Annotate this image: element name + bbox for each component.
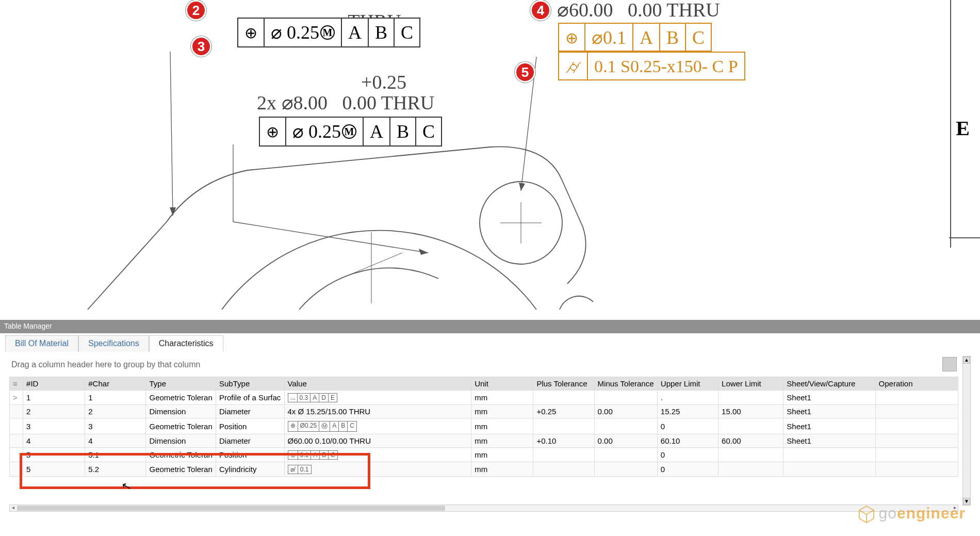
fcf-2x-position[interactable]: ⊕ ⌀ 0.25M A B C — [259, 117, 442, 147]
fcf-4x-position[interactable]: ⊕ ⌀ 0.25M A B C — [237, 18, 420, 47]
col-type[interactable]: Type — [146, 377, 216, 391]
table-cell[interactable] — [10, 418, 23, 434]
table-cell[interactable] — [875, 448, 958, 462]
table-cell[interactable]: ⌀/0.1 — [284, 462, 471, 477]
group-by-hint[interactable]: Drag a column header here to group by th… — [11, 360, 200, 369]
row-selector-header[interactable]: ≡ — [10, 377, 23, 391]
table-cell[interactable]: 5 — [23, 462, 85, 477]
table-scrollbar-vertical[interactable]: ▲ ▼ — [962, 356, 971, 506]
balloon-2[interactable]: 2 — [186, 0, 206, 21]
table-cell[interactable] — [718, 391, 783, 405]
table-cell[interactable]: 2 — [23, 405, 85, 418]
scroll-thumb[interactable] — [17, 506, 445, 511]
table-cell[interactable]: 3 — [23, 418, 85, 434]
table-cell[interactable]: 5.2 — [85, 462, 146, 477]
table-cell[interactable] — [718, 418, 783, 434]
table-cell[interactable]: 3 — [85, 418, 146, 434]
table-cell[interactable] — [718, 448, 783, 462]
table-cell[interactable] — [533, 462, 594, 477]
table-row[interactable]: 33Geometric ToleranPosition⊕Ø0.25ⓂABCmm0… — [10, 418, 958, 434]
table-row[interactable]: 55.1Geometric ToleranPosition⊕0.1ABCmm0 — [10, 448, 958, 462]
table-cell[interactable]: mm — [471, 418, 533, 434]
col-minus[interactable]: Minus Tolerance — [594, 377, 657, 391]
table-cell[interactable]: 60.00 — [718, 434, 783, 448]
table-cell[interactable]: +0.25 — [533, 405, 594, 418]
table-cell[interactable] — [533, 418, 594, 434]
table-cell[interactable] — [10, 448, 23, 462]
table-cell[interactable]: Profile of a Surfac — [216, 391, 284, 405]
table-cell[interactable] — [594, 448, 657, 462]
table-cell[interactable]: ⊕Ø0.25ⓂABC — [284, 418, 471, 434]
table-cell[interactable] — [594, 462, 657, 477]
tab-bom[interactable]: Bill Of Material — [5, 335, 78, 352]
column-chooser-icon[interactable] — [942, 357, 957, 371]
table-cell[interactable] — [875, 418, 958, 434]
table-cell[interactable]: Geometric Toleran — [146, 418, 216, 434]
table-cell[interactable]: +0.10 — [533, 434, 594, 448]
table-cell[interactable]: Dimension — [146, 405, 216, 418]
fcf-60-position[interactable]: ⊕ ⌀0.1 A B C — [558, 23, 712, 52]
table-cell[interactable] — [10, 405, 23, 418]
table-cell[interactable]: . — [657, 391, 718, 405]
table-scrollbar-horizontal[interactable]: ◂ ▸ — [9, 505, 958, 512]
table-cell[interactable] — [10, 434, 23, 448]
table-cell[interactable]: Sheet1 — [783, 405, 875, 418]
table-cell[interactable]: Geometric Toleran — [146, 391, 216, 405]
drawing-canvas[interactable]: E 4x ⌀ 15.00 THRU +0.25 2x ⌀8.00 0.00 TH… — [0, 0, 980, 320]
table-cell[interactable]: Position — [216, 418, 284, 434]
table-cell[interactable] — [783, 448, 875, 462]
table-cell[interactable]: 15.00 — [718, 405, 783, 418]
table-cell[interactable] — [533, 391, 594, 405]
table-cell[interactable]: mm — [471, 391, 533, 405]
scroll-up-icon[interactable]: ▲ — [963, 356, 970, 364]
table-cell[interactable]: 2 — [85, 405, 146, 418]
table-cell[interactable]: Geometric Toleran — [146, 462, 216, 477]
tab-characteristics[interactable]: Characteristics — [149, 335, 223, 352]
table-cell[interactable]: Cylindricity — [216, 462, 284, 477]
table-cell[interactable]: ⌓0.3ADE — [284, 391, 471, 405]
balloon-4[interactable]: 4 — [530, 0, 551, 21]
table-cell[interactable]: 4 — [85, 434, 146, 448]
balloon-5[interactable]: 5 — [515, 62, 535, 83]
panel-titlebar[interactable]: Table Manager — [0, 320, 980, 333]
table-cell[interactable] — [875, 462, 958, 477]
table-cell[interactable]: Diameter — [216, 405, 284, 418]
fcf-60-cylindricity[interactable]: ⌭ 0.1 S0.25-x150- C P — [558, 52, 745, 80]
table-cell[interactable]: Sheet1 — [783, 434, 875, 448]
table-cell[interactable]: mm — [471, 405, 533, 418]
table-cell[interactable]: > — [10, 391, 23, 405]
table-cell[interactable] — [533, 448, 594, 462]
table-cell[interactable]: 0 — [657, 462, 718, 477]
col-lower[interactable]: Lower Limit — [718, 377, 783, 391]
table-row[interactable]: 55.2Geometric ToleranCylindricity⌀/0.1mm… — [10, 462, 958, 477]
table-cell[interactable]: Sheet1 — [783, 391, 875, 405]
col-sheet[interactable]: Sheet/View/Capture — [783, 377, 875, 391]
col-value[interactable]: Value — [284, 377, 471, 391]
table-cell[interactable]: 0.00 — [594, 434, 657, 448]
table-cell[interactable]: ⊕0.1ABC — [284, 448, 471, 462]
table-cell[interactable] — [875, 405, 958, 418]
table-cell[interactable] — [594, 418, 657, 434]
table-cell[interactable]: 0 — [657, 418, 718, 434]
table-cell[interactable]: Ø60.00 0.10/0.00 THRU — [284, 434, 471, 448]
table-cell[interactable]: 15.25 — [657, 405, 718, 418]
table-cell[interactable]: mm — [471, 434, 533, 448]
table-cell[interactable] — [875, 391, 958, 405]
col-char[interactable]: #Char — [85, 377, 146, 391]
table-cell[interactable]: Diameter — [216, 434, 284, 448]
table-cell[interactable]: Dimension — [146, 434, 216, 448]
scroll-down-icon[interactable]: ▼ — [963, 498, 970, 505]
table-cell[interactable]: 1 — [85, 391, 146, 405]
table-cell[interactable]: 4 — [23, 434, 85, 448]
table-cell[interactable]: 5.1 — [85, 448, 146, 462]
col-upper[interactable]: Upper Limit — [657, 377, 718, 391]
table-cell[interactable] — [783, 462, 875, 477]
table-row[interactable]: 22DimensionDiameter4x Ø 15.25/15.00 THRU… — [10, 405, 958, 418]
table-cell[interactable]: 0 — [657, 448, 718, 462]
table-cell[interactable]: mm — [471, 462, 533, 477]
table-cell[interactable] — [594, 391, 657, 405]
balloon-3[interactable]: 3 — [191, 36, 211, 57]
col-id[interactable]: #ID — [23, 377, 85, 391]
table-cell[interactable] — [875, 434, 958, 448]
table-cell[interactable]: 4x Ø 15.25/15.00 THRU — [284, 405, 471, 418]
